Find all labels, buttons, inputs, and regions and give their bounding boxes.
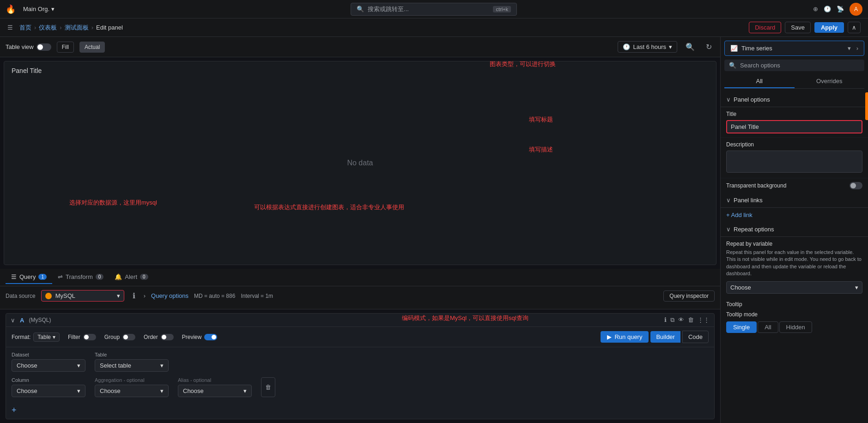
dataset-group: Dataset Choose ▾: [12, 352, 85, 372]
fill-button[interactable]: Fill: [57, 42, 74, 53]
right-panel: 📈 Time series ▾ › 🔍 Search options All O…: [720, 37, 868, 423]
code-button[interactable]: Code: [682, 331, 709, 343]
tooltip-mode-buttons: Single All Hidden: [726, 321, 862, 333]
group-toggle[interactable]: [122, 334, 135, 340]
breadcrumb-sep3: ›: [91, 24, 93, 31]
time-range-selector[interactable]: 🕐 Last 6 hours ▾: [618, 41, 677, 53]
table-view-toggle-wrap: Table view: [6, 43, 51, 51]
collapse-button[interactable]: ∧: [848, 22, 861, 33]
format-label: Format:: [12, 334, 30, 340]
query-info-icon[interactable]: ℹ: [130, 290, 138, 301]
query-copy-icon[interactable]: ⧉: [670, 316, 674, 324]
tooltip-section: Tooltip Tooltip mode Single All Hidden: [721, 297, 868, 337]
top-nav: 🔥 Main Org. ▾ 🔍 搜索或跳转至... ctrl+k ⊕ 🕐 📡 A: [0, 0, 868, 18]
query-inspector-button[interactable]: Query inspector: [663, 290, 715, 302]
query-eye-icon[interactable]: 👁: [678, 316, 684, 324]
query-section-header: ∨ A (MySQL) ℹ ⧉ 👁 🗑 ⋮⋮: [6, 314, 714, 327]
org-selector[interactable]: Main Org. ▾: [23, 6, 55, 12]
refresh-icon[interactable]: ↻: [703, 42, 715, 52]
query-options-link[interactable]: Query options: [151, 292, 188, 299]
tooltip-hidden-button[interactable]: Hidden: [779, 321, 812, 333]
group-label: Group: [104, 334, 120, 340]
panel-options-header[interactable]: ∨ Panel options: [721, 92, 868, 107]
query-icon: ☰: [11, 273, 17, 280]
breadcrumb-home[interactable]: 首页: [19, 24, 31, 32]
breadcrumb-test-dashboard[interactable]: 测试面板: [65, 24, 89, 32]
avatar[interactable]: A: [850, 3, 862, 16]
format-value: Table: [37, 334, 51, 340]
apply-button[interactable]: Apply: [814, 22, 844, 33]
actual-button[interactable]: Actual: [79, 42, 105, 53]
tooltip-all-button[interactable]: All: [758, 321, 778, 333]
zoom-out-icon[interactable]: 🔍: [683, 42, 698, 52]
search-options-icon: 🔍: [729, 62, 736, 69]
format-row: Format: Table ▾ Filter Group Order: [6, 327, 714, 347]
section-collapse-icon[interactable]: ∨: [11, 317, 15, 324]
search-bar[interactable]: 🔍 搜索或跳转至... ctrl+k: [351, 3, 517, 16]
order-toggle[interactable]: [161, 334, 174, 340]
search-area: 🔍 搜索或跳转至... ctrl+k: [55, 3, 813, 16]
panel-links-label: Panel links: [734, 197, 763, 204]
table-selector[interactable]: Select table ▾: [95, 359, 169, 372]
mysql-icon: [45, 293, 52, 299]
tab-transform[interactable]: ⇌ Transform 0: [52, 271, 109, 284]
breadcrumb-bar: ☰ 首页 › 仪表板 › 测试面板 › Edit panel Discard S…: [0, 18, 868, 37]
filter-toggle[interactable]: [83, 334, 96, 340]
query-delete-icon[interactable]: 🗑: [688, 316, 694, 324]
alias-chevron-icon: ▾: [243, 387, 247, 394]
breadcrumb-dashboards[interactable]: 仪表板: [39, 24, 57, 32]
time-range-label: Last 6 hours: [633, 43, 666, 50]
table-view-toggle[interactable]: [36, 43, 51, 51]
tab-alert[interactable]: 🔔 Alert 0: [109, 271, 153, 284]
tab-overrides[interactable]: Overrides: [795, 75, 865, 88]
alias-selector[interactable]: Choose ▾: [178, 385, 252, 397]
add-icon[interactable]: ⊕: [813, 6, 818, 12]
panel-links-header[interactable]: ∨ Panel links: [721, 193, 868, 208]
tooltip-single-button[interactable]: Single: [726, 321, 757, 333]
transform-badge: 0: [96, 274, 104, 280]
run-query-button[interactable]: ▶ Run query: [601, 331, 649, 343]
transparent-bg-toggle[interactable]: [850, 182, 862, 189]
clock-icon[interactable]: 🕐: [824, 6, 831, 12]
search-options-bar[interactable]: 🔍 Search options: [724, 60, 864, 71]
transparent-bg-field: Transparent background: [721, 178, 868, 193]
description-field: Description: [721, 138, 868, 178]
tab-query[interactable]: ☰ Query 1: [6, 271, 52, 284]
md-text: MD = auto = 886: [194, 293, 235, 299]
title-input[interactable]: [727, 121, 862, 133]
aggregation-selector[interactable]: Choose ▾: [95, 385, 169, 397]
dataset-selector[interactable]: Choose ▾: [12, 359, 85, 372]
query-drag-icon[interactable]: ⋮⋮: [698, 316, 710, 324]
query-section-a: ∨ A (MySQL) ℹ ⧉ 👁 🗑 ⋮⋮ Format: Table ▾: [6, 313, 715, 419]
breadcrumb: ☰ 首页 › 仪表板 › 测试面板 › Edit panel: [7, 24, 123, 32]
nav-right: ⊕ 🕐 📡 A: [813, 3, 862, 16]
query-expand-icon[interactable]: ›: [144, 292, 146, 299]
feed-icon[interactable]: 📡: [837, 6, 844, 12]
save-button[interactable]: Save: [785, 22, 811, 33]
query-info2-icon[interactable]: ℹ: [664, 316, 667, 324]
format-selector[interactable]: Table ▾: [33, 332, 60, 342]
query-letter: A: [20, 317, 24, 324]
datasource-selector[interactable]: MySQL ▾: [41, 290, 124, 302]
breadcrumb-current: Edit panel: [96, 24, 123, 31]
shortcut-badge: ctrl+k: [493, 6, 511, 12]
repeat-options-header[interactable]: ∨ Repeat options: [721, 222, 868, 237]
add-link-button[interactable]: + Add link: [721, 208, 868, 222]
delete-column-button[interactable]: 🗑: [261, 377, 275, 397]
add-column-button[interactable]: +: [12, 405, 17, 415]
builder-button[interactable]: Builder: [650, 331, 680, 343]
panel-title: Panel Title: [12, 67, 42, 74]
repeat-selector[interactable]: Choose ▾: [726, 281, 862, 294]
panel-options-collapse-icon: ∨: [726, 96, 731, 103]
run-query-label: Run query: [614, 333, 642, 340]
description-label: Description: [726, 141, 862, 148]
discard-button[interactable]: Discard: [749, 22, 781, 33]
tab-all[interactable]: All: [724, 75, 795, 88]
dataset-table-row: Dataset Choose ▾ Table Select table ▾: [12, 352, 709, 372]
description-textarea[interactable]: [726, 151, 862, 173]
viz-type-selector[interactable]: 📈 Time series ▾ ›: [724, 41, 864, 56]
search-placeholder: 搜索或跳转至...: [368, 5, 409, 13]
preview-toggle[interactable]: [204, 334, 217, 340]
hamburger-icon[interactable]: ☰: [7, 24, 13, 31]
column-selector[interactable]: Choose ▾: [12, 385, 85, 397]
